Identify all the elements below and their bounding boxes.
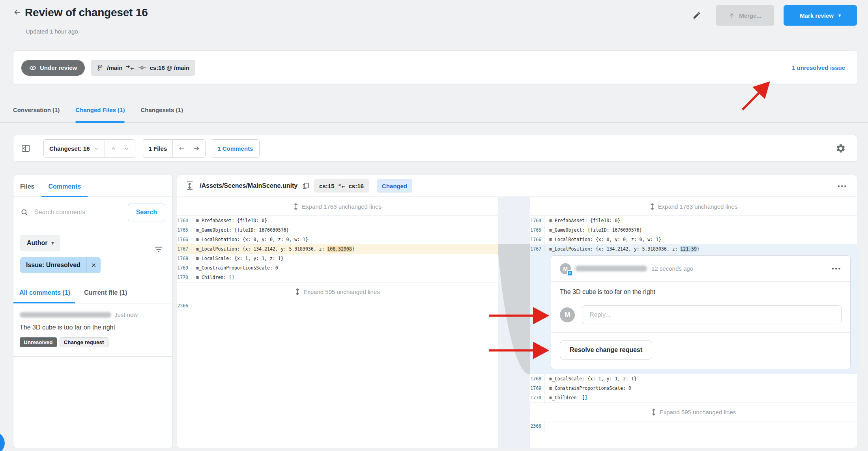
code-line[interactable]: 1767m_LocalPosition: {x: 134.2142, y: 5.… [530,244,857,254]
line-number: 2366 [530,421,544,431]
code-line[interactable]: 1770m_Children: [] [177,273,498,282]
search-button[interactable]: Search [128,204,165,221]
target-code-lines[interactable]: 1768m_LocalScale: {x: 1, y: 1, z: 1}1769… [530,374,857,402]
edit-title-button[interactable] [692,11,701,20]
settings-button[interactable] [836,143,846,153]
merge-arrows-icon [337,183,345,189]
chevron-down-icon: ▾ [838,13,841,18]
file-menu-button[interactable]: ••• [838,183,847,189]
files-count: 1 Files [143,140,173,157]
expand-unchanged-button[interactable]: Expand 595 unchanged lines [177,282,498,301]
close-icon[interactable]: ✕ [86,257,101,273]
expand-label: Expand 1763 unchanged lines [302,203,382,210]
comment-menu-button[interactable]: ••• [832,265,842,272]
line-number: 1767 [530,244,544,254]
issue-filter-chip: Issue: Unresolved ✕ [20,257,101,273]
comments-sidebar: Files Comments Search Author ▾ [13,175,173,448]
changed-token: 121.59 [680,246,697,252]
code-line[interactable]: 1768m_LocalScale: {x: 1, y: 1, z: 1} [530,374,857,384]
chevron-up-icon[interactable] [110,146,116,152]
code-line[interactable]: 1768m_LocalScale: {x: 1, y: 1, z: 1} [177,254,498,263]
tab-conversation[interactable]: Conversation (1) [13,107,60,122]
target-code-lines[interactable]: 2366 [530,421,857,431]
comment-badge-icon: C [567,270,573,276]
target-code-lines[interactable]: 1764m_PrefabAsset: {fileID: 0}1765m_Game… [530,216,857,254]
redacted-email [575,266,647,271]
code-line[interactable]: 2366 [530,421,857,431]
expand-label: Expand 1763 unchanged lines [658,203,738,210]
files-count-label: 1 Files [149,145,167,152]
eye-icon [29,64,36,71]
code-line[interactable]: 1764m_PrefabAsset: {fileID: 0} [530,216,857,225]
line-content: m_LocalRotation: {x: 0, y: 0, z: 0, w: 1… [191,235,308,244]
code-line[interactable]: 1766m_LocalRotation: {x: 0, y: 0, z: 0, … [530,235,857,244]
mark-review-label: Mark review [800,12,834,19]
review-status-bar: Under review /main cs:16 @ /main 1 unres… [13,51,857,85]
pencil-icon [692,11,701,20]
page-header: Review of changeset 16 Updated 1 hour ag… [0,0,868,35]
arrow-left-icon[interactable] [178,145,185,152]
unresolved-issues-link[interactable]: 1 unresolved issue [792,64,845,71]
line-content: m_LocalPosition: {x: 134.2142, y: 5.3183… [544,244,700,254]
resolve-change-request-button[interactable]: Resolve change request [560,341,652,359]
tab-changesets[interactable]: Changesets (1) [140,107,183,122]
line-content: m_GameObject: {fileID: 1676030576} [191,225,289,235]
expand-unchanged-button[interactable]: Expand 595 unchanged lines [530,402,857,421]
revision-compare-chip: cs:15 cs:16 [314,179,369,193]
tab-changed-files[interactable]: Changed Files (1) [75,107,125,122]
revision-to: cs:16 [348,183,363,189]
changeset-nav [105,140,135,157]
expand-file-icon[interactable] [186,181,194,191]
chevron-down-icon[interactable] [123,146,129,152]
code-line[interactable]: 1764m_PrefabAsset: {fileID: 0} [177,216,498,225]
comment-list-item[interactable]: Just now The 3D cube is too far on the r… [13,303,172,357]
comments-count-button[interactable]: 1 Comments [211,139,260,158]
author-filter-label: Author [27,240,47,247]
tab-current-file[interactable]: Current file (1) [84,289,127,303]
expand-unchanged-button[interactable]: Expand 1763 unchanged lines [177,197,498,216]
file-status-badge: Changed [377,179,412,193]
tab-all-comments[interactable]: All comments (1) [19,289,70,303]
author-filter-dropdown[interactable]: Author ▾ [20,235,60,251]
code-line[interactable]: 1769m_ConstrainProportionsScale: 0 [530,384,857,393]
collapse-sidebar-button[interactable] [21,144,30,153]
filter-icon[interactable] [154,246,163,253]
expand-unchanged-button[interactable]: Expand 1763 unchanged lines [530,197,857,216]
expand-label: Expand 595 unchanged lines [660,409,736,415]
line-number: 1764 [177,216,191,225]
mark-review-button[interactable]: Mark review ▾ [784,5,857,26]
copy-icon[interactable] [302,182,309,190]
search-icon [21,208,28,216]
change-request-badge: Change request [60,337,108,347]
merge-button-label: Merge... [739,12,761,19]
status-badge-label: Under review [40,64,77,71]
inline-comment-region: M C 12 seconds ago ••• The 3D cube is to… [530,254,857,374]
changeset-dropdown[interactable]: Changeset: 16 [44,140,105,157]
merge-icon [728,12,735,19]
back-arrow-icon [13,8,22,17]
arrow-right-icon[interactable] [193,145,200,152]
expand-label: Expand 595 unchanged lines [303,288,380,295]
source-code-lines[interactable]: 1764m_PrefabAsset: {fileID: 0}1765m_Game… [177,216,498,282]
code-line[interactable]: 1765m_GameObject: {fileID: 1676030576} [530,225,857,235]
branch-target-chip[interactable]: /main cs:16 @ /main [91,60,195,76]
code-line[interactable]: 1770m_Children: [] [530,393,857,402]
code-line[interactable]: 1765m_GameObject: {fileID: 1676030576} [177,225,498,235]
sidebar-tab-files[interactable]: Files [20,183,34,196]
merge-button[interactable]: Merge... [716,5,774,26]
sidebar-tab-comments[interactable]: Comments [48,183,81,196]
code-line[interactable]: 1767m_LocalPosition: {x: 134.2142, y: 5.… [177,244,498,254]
line-number: 1768 [177,254,191,263]
review-tabs: Conversation (1) Changed Files (1) Chang… [0,101,868,123]
line-content: m_ConstrainProportionsScale: 0 [191,263,278,273]
code-line[interactable]: 1769m_ConstrainProportionsScale: 0 [177,263,498,273]
back-button[interactable] [13,6,22,19]
code-line[interactable]: 1766m_LocalRotation: {x: 0, y: 0, z: 0, … [177,235,498,244]
code-line[interactable]: 2366 [177,301,498,311]
reply-input[interactable] [582,305,842,324]
line-content: m_LocalScale: {x: 1, y: 1, z: 1} [191,254,284,263]
source-branch-label: /main [107,64,122,71]
line-number: 1769 [530,384,544,393]
search-comments-input[interactable] [34,208,123,216]
source-code-lines[interactable]: 2366 [177,301,498,311]
